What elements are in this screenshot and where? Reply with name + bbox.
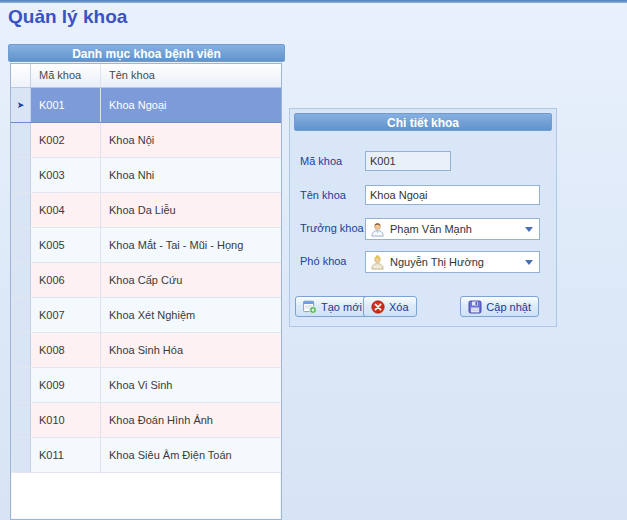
detail-panel: Chi tiết khoa Mã khoa Tên khoa Trưởng kh… bbox=[289, 108, 557, 327]
ma-khoa-field[interactable] bbox=[365, 151, 451, 171]
row-indicator-cell[interactable] bbox=[11, 123, 31, 157]
table-row[interactable]: K009Khoa Vi Sinh bbox=[11, 368, 281, 403]
column-header-ten-khoa[interactable]: Tên khoa bbox=[101, 64, 281, 87]
ma-khoa-label: Mã khoa bbox=[300, 151, 364, 171]
row-name-cell[interactable]: Khoa Mắt - Tai - Mũi - Họng bbox=[101, 228, 281, 262]
row-code-cell[interactable]: K005 bbox=[31, 228, 101, 262]
table-row[interactable]: K008Khoa Sinh Hóa bbox=[11, 333, 281, 368]
row-name-cell[interactable]: Khoa Cấp Cứu bbox=[101, 263, 281, 297]
row-name-cell[interactable]: Khoa Đoán Hình Ảnh bbox=[101, 403, 281, 437]
row-code-cell[interactable]: K010 bbox=[31, 403, 101, 437]
row-name-cell[interactable]: Khoa Sinh Hóa bbox=[101, 333, 281, 367]
grid-header-row: Mã khoa Tên khoa bbox=[11, 64, 281, 88]
row-code-cell[interactable]: K009 bbox=[31, 368, 101, 402]
column-header-ma-khoa[interactable]: Mã khoa bbox=[31, 64, 101, 87]
row-name-cell[interactable]: Khoa Xét Nghiệm bbox=[101, 298, 281, 332]
update-button[interactable]: Cập nhật bbox=[460, 296, 539, 317]
department-grid: Mã khoa Tên khoa ➤K001Khoa NgoạiK002Khoa… bbox=[10, 63, 282, 520]
row-indicator-cell[interactable]: ➤ bbox=[11, 88, 31, 122]
arrow-right-icon: ➤ bbox=[17, 101, 25, 110]
row-indicator-cell[interactable] bbox=[11, 228, 31, 262]
row-name-cell[interactable]: Khoa Vi Sinh bbox=[101, 368, 281, 402]
delete-button-label: Xóa bbox=[389, 301, 409, 313]
grid-indicator-header bbox=[11, 64, 31, 87]
ten-khoa-field[interactable] bbox=[365, 185, 540, 205]
caret-down-icon[interactable] bbox=[525, 260, 533, 265]
row-indicator-cell[interactable] bbox=[11, 298, 31, 332]
table-row[interactable]: K007Khoa Xét Nghiệm bbox=[11, 298, 281, 333]
table-row[interactable]: K010Khoa Đoán Hình Ảnh bbox=[11, 403, 281, 438]
department-list-panel: Danh mục khoa bệnh viên Mã khoa Tên khoa… bbox=[8, 44, 285, 520]
table-row[interactable]: K004Khoa Da Liễu bbox=[11, 193, 281, 228]
ten-khoa-label: Tên khoa bbox=[300, 185, 364, 205]
row-name-cell[interactable]: Khoa Da Liễu bbox=[101, 193, 281, 227]
page-title: Quản lý khoa bbox=[8, 6, 127, 28]
row-name-cell[interactable]: Khoa Ngoại bbox=[101, 88, 281, 122]
detail-panel-caption: Chi tiết khoa bbox=[294, 113, 552, 131]
table-row[interactable]: ➤K001Khoa Ngoại bbox=[11, 88, 281, 123]
table-row[interactable]: K005Khoa Mắt - Tai - Mũi - Họng bbox=[11, 228, 281, 263]
row-indicator-cell[interactable] bbox=[11, 368, 31, 402]
pho-khoa-value: Nguyễn Thị Hường bbox=[390, 256, 525, 268]
floppy-disk-icon bbox=[468, 300, 482, 314]
row-code-cell[interactable]: K008 bbox=[31, 333, 101, 367]
row-indicator-cell[interactable] bbox=[11, 403, 31, 437]
row-name-cell[interactable]: Khoa Nội bbox=[101, 123, 281, 157]
row-indicator-cell[interactable] bbox=[11, 333, 31, 367]
row-indicator-cell[interactable] bbox=[11, 263, 31, 297]
grid-body: ➤K001Khoa NgoạiK002Khoa NộiK003Khoa NhiK… bbox=[11, 88, 281, 473]
update-button-label: Cập nhật bbox=[486, 301, 531, 313]
pho-khoa-combobox[interactable]: Nguyễn Thị Hường bbox=[365, 251, 540, 273]
delete-button[interactable]: Xóa bbox=[363, 296, 417, 317]
table-row[interactable]: K011Khoa Siêu Âm Điện Toán bbox=[11, 438, 281, 473]
row-code-cell[interactable]: K011 bbox=[31, 438, 101, 472]
row-name-cell[interactable]: Khoa Siêu Âm Điện Toán bbox=[101, 438, 281, 472]
list-panel-caption: Danh mục khoa bệnh viên bbox=[8, 44, 285, 62]
female-person-icon bbox=[370, 255, 385, 270]
create-button-label: Tạo mới bbox=[321, 301, 362, 313]
row-indicator-cell[interactable] bbox=[11, 158, 31, 192]
row-code-cell[interactable]: K002 bbox=[31, 123, 101, 157]
row-code-cell[interactable]: K006 bbox=[31, 263, 101, 297]
table-row[interactable]: K006Khoa Cấp Cứu bbox=[11, 263, 281, 298]
row-name-cell[interactable]: Khoa Nhi bbox=[101, 158, 281, 192]
truong-khoa-combobox[interactable]: Phạm Văn Mạnh bbox=[365, 218, 540, 240]
create-button[interactable]: Tạo mới bbox=[295, 296, 370, 317]
row-indicator-cell[interactable] bbox=[11, 438, 31, 472]
truong-khoa-value: Phạm Văn Mạnh bbox=[390, 223, 525, 235]
male-person-icon bbox=[370, 222, 385, 237]
truong-khoa-label: Trưởng khoa bbox=[300, 218, 364, 238]
row-code-cell[interactable]: K004 bbox=[31, 193, 101, 227]
row-code-cell[interactable]: K001 bbox=[31, 88, 101, 122]
new-form-plus-icon bbox=[303, 300, 317, 314]
table-row[interactable]: K003Khoa Nhi bbox=[11, 158, 281, 193]
row-indicator-cell[interactable] bbox=[11, 193, 31, 227]
row-code-cell[interactable]: K003 bbox=[31, 158, 101, 192]
table-row[interactable]: K002Khoa Nội bbox=[11, 123, 281, 158]
row-code-cell[interactable]: K007 bbox=[31, 298, 101, 332]
window-top-border bbox=[0, 0, 627, 3]
red-x-circle-icon bbox=[371, 300, 385, 314]
caret-down-icon[interactable] bbox=[525, 227, 533, 232]
pho-khoa-label: Phó khoa bbox=[300, 251, 364, 271]
